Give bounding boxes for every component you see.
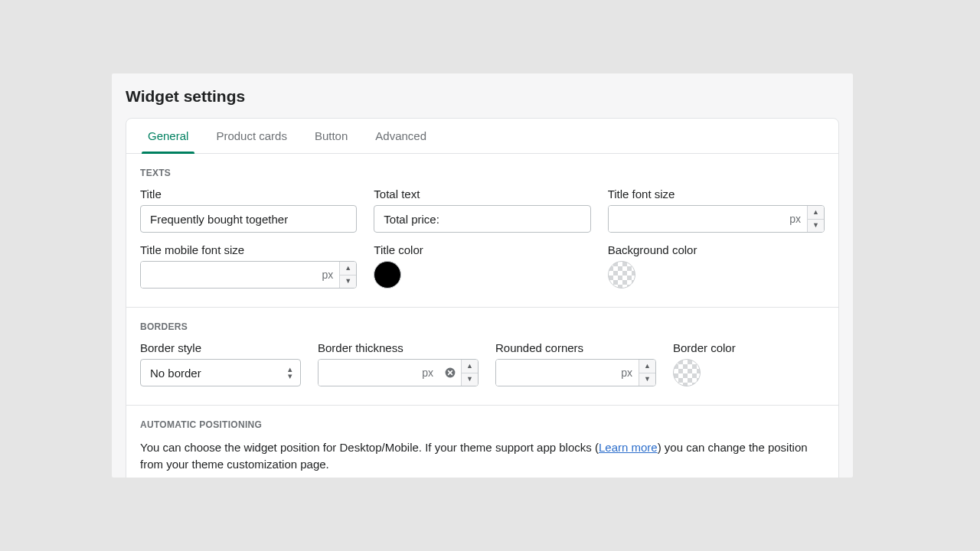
tab-product-cards[interactable]: Product cards [202,119,301,153]
field-border-thickness: Border thickness px ▲ ▼ [318,341,479,386]
page-title: Widget settings [112,73,853,118]
field-title-color: Title color [374,243,590,289]
border-style-label: Border style [140,341,301,354]
tab-general[interactable]: General [134,119,202,153]
settings-panel: Widget settings General Product cards Bu… [112,73,853,478]
positioning-section: AUTOMATIC POSITIONING You can choose the… [126,406,838,478]
positioning-heading: AUTOMATIC POSITIONING [140,419,825,430]
borders-heading: BORDERS [140,321,825,332]
field-border-color: Border color [673,341,736,386]
tab-button[interactable]: Button [301,119,361,153]
background-color-swatch[interactable] [608,261,635,289]
tabs: General Product cards Button Advanced [126,119,838,154]
border-style-select[interactable]: No border ▴▾ [140,359,301,386]
settings-card: General Product cards Button Advanced TE… [126,118,839,478]
title-font-size-label: Title font size [608,187,825,201]
clear-circle-icon [444,367,456,379]
border-thickness-unit: px [416,360,439,386]
rounded-corners-input[interactable] [496,360,615,386]
texts-heading: TEXTS [140,168,825,178]
field-background-color: Background color [608,243,825,289]
title-mobile-font-size-unit: px [316,262,340,288]
rounded-corners-label: Rounded corners [495,341,656,354]
title-mobile-font-size-input[interactable] [141,262,316,288]
field-rounded-corners: Rounded corners px ▲ ▼ [495,341,656,386]
border-color-swatch[interactable] [673,359,701,386]
border-thickness-clear[interactable] [439,360,461,386]
rounded-corners-up[interactable]: ▲ [639,360,655,373]
field-title-font-size: Title font size px ▲ ▼ [608,187,825,233]
title-font-size-spinner: ▲ ▼ [807,206,824,232]
title-input[interactable] [140,205,357,233]
title-font-size-input[interactable] [609,206,784,232]
background-color-label: Background color [608,243,825,256]
title-mobile-font-size-up[interactable]: ▲ [340,262,356,276]
title-font-size-down[interactable]: ▼ [808,220,824,233]
border-color-label: Border color [673,341,736,354]
rounded-corners-unit: px [615,360,639,386]
total-text-input[interactable] [374,205,590,233]
border-thickness-up[interactable]: ▲ [462,360,478,373]
title-mobile-font-size-wrap: px ▲ ▼ [140,261,357,289]
title-color-swatch[interactable] [374,261,401,289]
borders-section: BORDERS Border style No border ▴▾ Border… [126,308,838,406]
title-mobile-font-size-down[interactable]: ▼ [340,276,356,289]
select-caret-icon: ▴▾ [288,366,292,380]
title-font-size-unit: px [783,206,807,232]
field-title: Title [140,187,357,233]
title-label: Title [140,187,357,201]
field-title-mobile-font-size: Title mobile font size px ▲ ▼ [140,243,357,289]
title-font-size-wrap: px ▲ ▼ [608,205,825,233]
border-thickness-input[interactable] [318,360,416,386]
field-total-text: Total text [374,187,590,233]
total-text-label: Total text [374,187,590,201]
texts-section: TEXTS Title Total text Title font size p… [126,154,838,308]
rounded-corners-down[interactable]: ▼ [639,373,655,386]
rounded-corners-wrap: px ▲ ▼ [495,359,656,386]
border-thickness-down[interactable]: ▼ [462,373,478,386]
rounded-corners-spinner: ▲ ▼ [639,360,655,386]
title-font-size-up[interactable]: ▲ [808,206,824,220]
field-border-style: Border style No border ▴▾ [140,341,301,386]
positioning-text: You can choose the widget position for D… [140,439,825,473]
border-thickness-spinner: ▲ ▼ [461,360,478,386]
title-mobile-font-size-label: Title mobile font size [140,243,357,256]
border-style-value: No border [150,367,201,380]
learn-more-link[interactable]: Learn more [599,441,658,454]
border-thickness-label: Border thickness [318,341,479,354]
border-thickness-wrap: px ▲ ▼ [318,359,479,386]
positioning-text-before: You can choose the widget position for D… [140,441,599,454]
tab-advanced[interactable]: Advanced [361,119,440,153]
title-mobile-font-size-spinner: ▲ ▼ [339,262,356,288]
title-color-label: Title color [374,243,590,256]
